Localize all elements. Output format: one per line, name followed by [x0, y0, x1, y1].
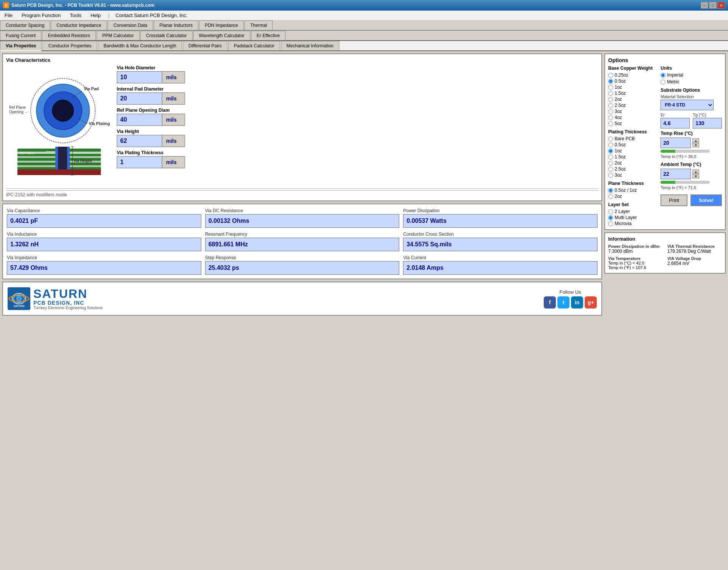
tab-er-effective[interactable]: Er Effective	[251, 31, 286, 40]
copper-5oz[interactable]: 5oz	[608, 121, 656, 126]
temp-rise-up[interactable]: ▲	[692, 138, 699, 143]
logo-company-name: SATURN	[33, 288, 103, 300]
tab-differential-pairs[interactable]: Differential Pairs	[183, 41, 228, 50]
action-buttons: Print Solve!	[661, 194, 722, 206]
via-hole-diameter-group: Via Hole Diameter mils	[117, 65, 598, 83]
material-select[interactable]: FR-4 STD FR-4 High Tg Rogers 4003	[661, 100, 714, 110]
layer-microvia[interactable]: Microvia	[608, 221, 656, 226]
base-copper-weight-group: 0.25oz 0.5oz 1oz 1.5oz 2oz 2.5oz 3oz 4oz…	[608, 72, 656, 126]
copper-3oz[interactable]: 3oz	[608, 109, 656, 114]
plating-2oz[interactable]: 2oz	[608, 160, 656, 166]
menu-file[interactable]: File	[3, 12, 14, 19]
tg-input[interactable]	[693, 118, 722, 128]
minimize-button[interactable]: ─	[701, 2, 708, 9]
plating-1.5oz[interactable]: 1.5oz	[608, 154, 656, 160]
svg-text:Via Height: Via Height	[74, 159, 92, 163]
tab-padstack-calculator[interactable]: Padstack Calculator	[228, 41, 280, 50]
result-conductor-cross-section: Conductor Cross Section 34.5575 Sq.mils	[403, 232, 598, 251]
via-hole-diameter-input[interactable]	[117, 71, 162, 83]
material-selection-label: Material Selection	[661, 94, 722, 99]
result-step-response-label: Step Response	[205, 255, 400, 260]
copper-1oz[interactable]: 1oz	[608, 85, 656, 90]
copper-4oz[interactable]: 4oz	[608, 115, 656, 120]
facebook-button[interactable]: f	[544, 296, 556, 308]
via-hole-diameter-label: Via Hole Diameter	[117, 65, 598, 70]
menu-program-function[interactable]: Program Function	[20, 12, 62, 19]
temp-rise-down[interactable]: ▼	[692, 143, 699, 147]
temp-rise-input[interactable]	[661, 138, 691, 148]
tab-mechanical-information[interactable]: Mechanical Information	[281, 41, 339, 50]
ambient-temp-slider[interactable]	[661, 181, 710, 184]
close-button[interactable]: ✕	[717, 2, 725, 9]
twitter-button[interactable]: t	[557, 296, 570, 308]
ambient-temp-f-display: Temp in (°F) = 71.6	[661, 185, 722, 190]
linkedin-button[interactable]: in	[571, 296, 583, 308]
substrate-section: Substrate Options Material Selection FR-…	[661, 88, 722, 128]
tab-conversion-data[interactable]: Conversion Data	[108, 20, 153, 30]
tab-bandwidth-max[interactable]: Bandwidth & Max Conductor Length	[98, 41, 182, 50]
via-inputs: Via Hole Diameter mils Internal Pad Diam…	[117, 65, 598, 168]
layer-set-group: 2 Layer Multi Layer Microvia	[608, 209, 656, 226]
title-bar: S Saturn PCB Design, Inc. - PCB Toolkit …	[0, 0, 728, 11]
ambient-temp-down[interactable]: ▼	[692, 174, 699, 179]
tab-conductor-properties[interactable]: Conductor Properties	[42, 41, 97, 50]
menu-help[interactable]: Help	[89, 12, 102, 19]
copper-0.25oz[interactable]: 0.25oz	[608, 72, 656, 78]
via-plating-thickness-input[interactable]	[117, 156, 162, 168]
menu-tools[interactable]: Tools	[68, 12, 83, 19]
copper-2oz[interactable]: 2oz	[608, 97, 656, 102]
via-height-input[interactable]	[117, 135, 162, 147]
result-via-inductance: Via Inductance 1.3262 nH	[7, 232, 201, 251]
info-via-voltage-drop-label: VIA Voltage Drop	[667, 256, 722, 261]
follow-us-section: Follow Us f t in g+	[544, 289, 597, 308]
solve-button[interactable]: Solve!	[690, 194, 722, 206]
ipc-mode-text: IPC-2152 with modifiers mode	[6, 190, 598, 197]
tab-via-properties[interactable]: Via Properties	[0, 41, 42, 51]
plating-0.5oz[interactable]: 0.5oz	[608, 142, 656, 147]
info-via-voltage-drop: VIA Voltage Drop 2.6654 mV	[667, 256, 722, 270]
result-via-impedance-value: 57.429 Ohms	[7, 261, 201, 275]
tab-conductor-spacing[interactable]: Conductor Spacing	[0, 20, 50, 30]
maximize-button[interactable]: □	[709, 2, 717, 9]
layer-2-layer[interactable]: 2 Layer	[608, 209, 656, 214]
unit-metric[interactable]: Metric	[661, 79, 722, 85]
layer-multi[interactable]: Multi Layer	[608, 215, 656, 220]
googleplus-button[interactable]: g+	[585, 296, 597, 308]
tab-embedded-resistors[interactable]: Embedded Resistors	[42, 31, 96, 40]
menu-contact[interactable]: Contact Saturn PCB Design, Inc.	[116, 13, 187, 18]
copper-2.5oz[interactable]: 2.5oz	[608, 103, 656, 108]
result-via-current-value: 2.0148 Amps	[403, 261, 598, 275]
ref-plane-opening-input[interactable]	[117, 114, 162, 126]
plane-0.5oz-1oz[interactable]: 0.5oz / 1oz	[608, 188, 656, 193]
information-box: Information Power Dissipation in dBm 7.3…	[604, 232, 726, 274]
internal-pad-diameter-unit: mils	[162, 92, 185, 105]
units-section: Units Imperial Metric	[661, 66, 722, 85]
tab-wavelength-calculator[interactable]: Wavelength Calculator	[193, 31, 250, 40]
print-button[interactable]: Print	[661, 194, 687, 206]
result-via-capacitance: Via Capacitance 0.4021 pF	[7, 208, 201, 228]
tab-pdn-impedance[interactable]: PDN Impedance	[199, 20, 244, 30]
er-input[interactable]	[661, 118, 690, 128]
plating-bare[interactable]: Bare PCB	[608, 136, 656, 141]
plane-2oz[interactable]: 2oz	[608, 194, 656, 199]
ambient-temp-up[interactable]: ▲	[692, 169, 699, 174]
temp-rise-label: Temp Rise (°C)	[661, 131, 722, 136]
unit-imperial[interactable]: Imperial	[661, 72, 722, 78]
internal-pad-diameter-input[interactable]	[117, 92, 162, 105]
plating-1oz[interactable]: 1oz	[608, 148, 656, 153]
plating-2.5oz[interactable]: 2.5oz	[608, 166, 656, 172]
tab-ppm-calculator[interactable]: PPM Calculator	[97, 31, 140, 40]
menu-bar: File Program Function Tools Help | Conta…	[0, 11, 728, 20]
ambient-temp-input[interactable]	[661, 169, 691, 179]
tab-thermal[interactable]: Thermal	[245, 20, 273, 30]
tab-crosstalk-calculator[interactable]: Crosstalk Calculator	[140, 31, 192, 40]
logo-subtitle: PCB DESIGN, INC	[33, 300, 103, 306]
tab-planar-inductors[interactable]: Planar Inductors	[154, 20, 198, 30]
er-item: Er	[661, 113, 690, 128]
copper-0.5oz[interactable]: 0.5oz	[608, 78, 656, 84]
plating-3oz[interactable]: 3oz	[608, 172, 656, 178]
temp-rise-slider[interactable]	[661, 150, 710, 153]
tab-conductor-impedance[interactable]: Conductor Impedance	[51, 20, 107, 30]
tab-fusing-current[interactable]: Fusing Current	[0, 31, 41, 40]
copper-1.5oz[interactable]: 1.5oz	[608, 91, 656, 96]
